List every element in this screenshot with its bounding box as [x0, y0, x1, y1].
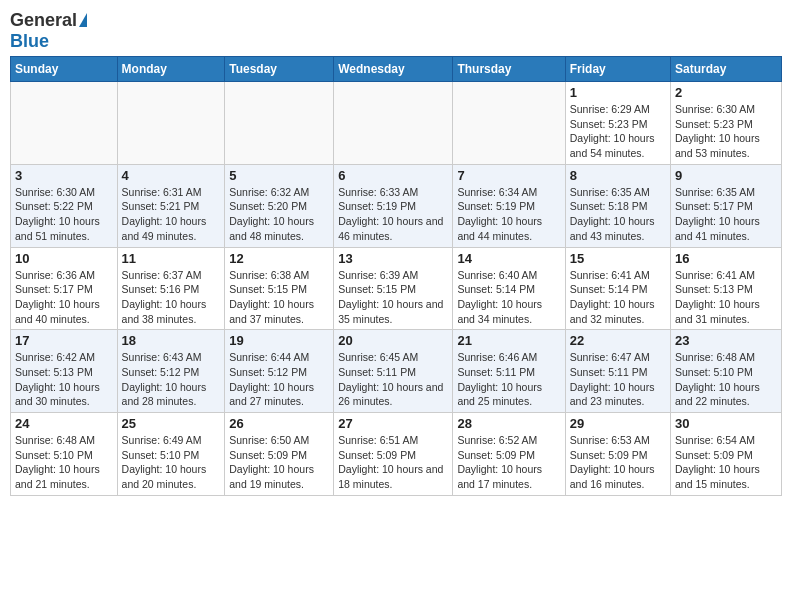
calendar-header-row: SundayMondayTuesdayWednesdayThursdayFrid…: [11, 57, 782, 82]
day-number: 17: [15, 333, 113, 348]
calendar-cell: 26Sunrise: 6:50 AM Sunset: 5:09 PM Dayli…: [225, 413, 334, 496]
day-number: 10: [15, 251, 113, 266]
day-info: Sunrise: 6:51 AM Sunset: 5:09 PM Dayligh…: [338, 433, 448, 492]
day-info: Sunrise: 6:53 AM Sunset: 5:09 PM Dayligh…: [570, 433, 666, 492]
day-number: 24: [15, 416, 113, 431]
calendar-week-row: 3Sunrise: 6:30 AM Sunset: 5:22 PM Daylig…: [11, 164, 782, 247]
logo: General Blue: [10, 10, 87, 52]
day-info: Sunrise: 6:54 AM Sunset: 5:09 PM Dayligh…: [675, 433, 777, 492]
calendar-cell: 30Sunrise: 6:54 AM Sunset: 5:09 PM Dayli…: [671, 413, 782, 496]
calendar-cell: 5Sunrise: 6:32 AM Sunset: 5:20 PM Daylig…: [225, 164, 334, 247]
calendar-cell: [453, 82, 565, 165]
day-info: Sunrise: 6:30 AM Sunset: 5:23 PM Dayligh…: [675, 102, 777, 161]
day-number: 14: [457, 251, 560, 266]
calendar-cell: 18Sunrise: 6:43 AM Sunset: 5:12 PM Dayli…: [117, 330, 225, 413]
column-header-saturday: Saturday: [671, 57, 782, 82]
day-number: 21: [457, 333, 560, 348]
column-header-thursday: Thursday: [453, 57, 565, 82]
day-info: Sunrise: 6:33 AM Sunset: 5:19 PM Dayligh…: [338, 185, 448, 244]
calendar-cell: 1Sunrise: 6:29 AM Sunset: 5:23 PM Daylig…: [565, 82, 670, 165]
day-info: Sunrise: 6:31 AM Sunset: 5:21 PM Dayligh…: [122, 185, 221, 244]
calendar-cell: [11, 82, 118, 165]
logo-triangle-icon: [79, 13, 87, 27]
day-number: 15: [570, 251, 666, 266]
column-header-monday: Monday: [117, 57, 225, 82]
calendar-week-row: 17Sunrise: 6:42 AM Sunset: 5:13 PM Dayli…: [11, 330, 782, 413]
day-info: Sunrise: 6:41 AM Sunset: 5:13 PM Dayligh…: [675, 268, 777, 327]
day-info: Sunrise: 6:35 AM Sunset: 5:18 PM Dayligh…: [570, 185, 666, 244]
column-header-sunday: Sunday: [11, 57, 118, 82]
column-header-tuesday: Tuesday: [225, 57, 334, 82]
day-number: 7: [457, 168, 560, 183]
day-info: Sunrise: 6:43 AM Sunset: 5:12 PM Dayligh…: [122, 350, 221, 409]
day-info: Sunrise: 6:50 AM Sunset: 5:09 PM Dayligh…: [229, 433, 329, 492]
day-number: 4: [122, 168, 221, 183]
calendar-cell: 19Sunrise: 6:44 AM Sunset: 5:12 PM Dayli…: [225, 330, 334, 413]
calendar-cell: 23Sunrise: 6:48 AM Sunset: 5:10 PM Dayli…: [671, 330, 782, 413]
column-header-friday: Friday: [565, 57, 670, 82]
calendar-cell: 27Sunrise: 6:51 AM Sunset: 5:09 PM Dayli…: [334, 413, 453, 496]
calendar-week-row: 24Sunrise: 6:48 AM Sunset: 5:10 PM Dayli…: [11, 413, 782, 496]
calendar-cell: 13Sunrise: 6:39 AM Sunset: 5:15 PM Dayli…: [334, 247, 453, 330]
day-info: Sunrise: 6:48 AM Sunset: 5:10 PM Dayligh…: [675, 350, 777, 409]
day-number: 29: [570, 416, 666, 431]
calendar-cell: 7Sunrise: 6:34 AM Sunset: 5:19 PM Daylig…: [453, 164, 565, 247]
calendar-cell: 28Sunrise: 6:52 AM Sunset: 5:09 PM Dayli…: [453, 413, 565, 496]
day-number: 19: [229, 333, 329, 348]
day-info: Sunrise: 6:42 AM Sunset: 5:13 PM Dayligh…: [15, 350, 113, 409]
day-info: Sunrise: 6:40 AM Sunset: 5:14 PM Dayligh…: [457, 268, 560, 327]
calendar-cell: 8Sunrise: 6:35 AM Sunset: 5:18 PM Daylig…: [565, 164, 670, 247]
page-header: General Blue: [10, 10, 782, 52]
day-info: Sunrise: 6:44 AM Sunset: 5:12 PM Dayligh…: [229, 350, 329, 409]
calendar-cell: 12Sunrise: 6:38 AM Sunset: 5:15 PM Dayli…: [225, 247, 334, 330]
day-info: Sunrise: 6:46 AM Sunset: 5:11 PM Dayligh…: [457, 350, 560, 409]
day-number: 8: [570, 168, 666, 183]
calendar-cell: 22Sunrise: 6:47 AM Sunset: 5:11 PM Dayli…: [565, 330, 670, 413]
calendar-cell: 11Sunrise: 6:37 AM Sunset: 5:16 PM Dayli…: [117, 247, 225, 330]
calendar-cell: 10Sunrise: 6:36 AM Sunset: 5:17 PM Dayli…: [11, 247, 118, 330]
day-number: 5: [229, 168, 329, 183]
day-info: Sunrise: 6:32 AM Sunset: 5:20 PM Dayligh…: [229, 185, 329, 244]
day-number: 3: [15, 168, 113, 183]
calendar-cell: 24Sunrise: 6:48 AM Sunset: 5:10 PM Dayli…: [11, 413, 118, 496]
day-number: 25: [122, 416, 221, 431]
day-number: 2: [675, 85, 777, 100]
day-number: 13: [338, 251, 448, 266]
day-info: Sunrise: 6:36 AM Sunset: 5:17 PM Dayligh…: [15, 268, 113, 327]
day-info: Sunrise: 6:48 AM Sunset: 5:10 PM Dayligh…: [15, 433, 113, 492]
day-info: Sunrise: 6:38 AM Sunset: 5:15 PM Dayligh…: [229, 268, 329, 327]
calendar-week-row: 1Sunrise: 6:29 AM Sunset: 5:23 PM Daylig…: [11, 82, 782, 165]
day-number: 1: [570, 85, 666, 100]
day-number: 23: [675, 333, 777, 348]
day-number: 20: [338, 333, 448, 348]
day-number: 16: [675, 251, 777, 266]
logo-general-text: General: [10, 10, 77, 31]
calendar-table: SundayMondayTuesdayWednesdayThursdayFrid…: [10, 56, 782, 496]
day-info: Sunrise: 6:30 AM Sunset: 5:22 PM Dayligh…: [15, 185, 113, 244]
calendar-cell: 21Sunrise: 6:46 AM Sunset: 5:11 PM Dayli…: [453, 330, 565, 413]
day-number: 6: [338, 168, 448, 183]
calendar-cell: 3Sunrise: 6:30 AM Sunset: 5:22 PM Daylig…: [11, 164, 118, 247]
calendar-cell: 4Sunrise: 6:31 AM Sunset: 5:21 PM Daylig…: [117, 164, 225, 247]
day-number: 28: [457, 416, 560, 431]
calendar-cell: 25Sunrise: 6:49 AM Sunset: 5:10 PM Dayli…: [117, 413, 225, 496]
day-info: Sunrise: 6:29 AM Sunset: 5:23 PM Dayligh…: [570, 102, 666, 161]
day-info: Sunrise: 6:34 AM Sunset: 5:19 PM Dayligh…: [457, 185, 560, 244]
day-info: Sunrise: 6:52 AM Sunset: 5:09 PM Dayligh…: [457, 433, 560, 492]
calendar-week-row: 10Sunrise: 6:36 AM Sunset: 5:17 PM Dayli…: [11, 247, 782, 330]
calendar-cell: 15Sunrise: 6:41 AM Sunset: 5:14 PM Dayli…: [565, 247, 670, 330]
day-info: Sunrise: 6:35 AM Sunset: 5:17 PM Dayligh…: [675, 185, 777, 244]
day-info: Sunrise: 6:45 AM Sunset: 5:11 PM Dayligh…: [338, 350, 448, 409]
day-number: 26: [229, 416, 329, 431]
day-number: 12: [229, 251, 329, 266]
calendar-cell: [117, 82, 225, 165]
day-info: Sunrise: 6:47 AM Sunset: 5:11 PM Dayligh…: [570, 350, 666, 409]
day-number: 22: [570, 333, 666, 348]
calendar-cell: 16Sunrise: 6:41 AM Sunset: 5:13 PM Dayli…: [671, 247, 782, 330]
day-number: 30: [675, 416, 777, 431]
day-number: 11: [122, 251, 221, 266]
day-info: Sunrise: 6:49 AM Sunset: 5:10 PM Dayligh…: [122, 433, 221, 492]
day-number: 9: [675, 168, 777, 183]
calendar-cell: [225, 82, 334, 165]
day-info: Sunrise: 6:37 AM Sunset: 5:16 PM Dayligh…: [122, 268, 221, 327]
